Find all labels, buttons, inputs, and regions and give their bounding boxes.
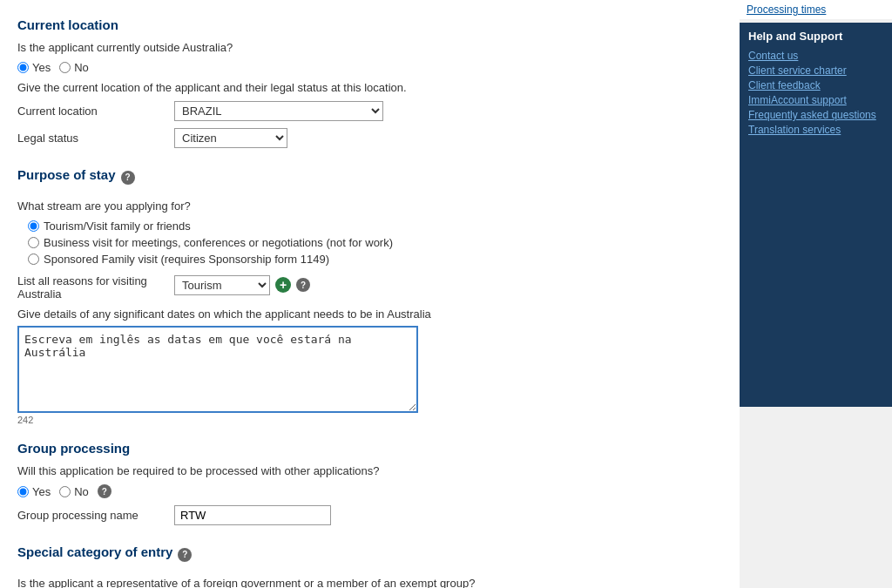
group-yes-radio[interactable] <box>17 486 29 497</box>
location-instruction: Give the current location of the applica… <box>17 81 722 94</box>
country-select[interactable]: BRAZIL <box>174 101 383 121</box>
purpose-header: Purpose of stay ? <box>17 164 722 191</box>
char-count: 242 <box>17 415 722 425</box>
group-name-input[interactable] <box>174 505 331 525</box>
outside-no-radio[interactable] <box>59 62 71 73</box>
outside-yes-text: Yes <box>32 61 51 74</box>
special-header: Special category of entry ? <box>17 541 722 568</box>
group-help-icon[interactable]: ? <box>98 484 112 498</box>
special-category-heading: Special category of entry <box>17 544 172 559</box>
help-support-heading: Help and Support <box>748 30 883 43</box>
group-processing-heading: Group processing <box>17 441 722 456</box>
client-service-charter-link[interactable]: Client service charter <box>748 64 883 77</box>
immiaccount-support-link[interactable]: ImmiAccount support <box>748 94 883 106</box>
current-location-section: Current location Is the applicant curren… <box>17 17 722 148</box>
group-yes-label[interactable]: Yes <box>17 485 51 498</box>
group-no-text: No <box>74 485 89 498</box>
legal-status-select[interactable]: Citizen Permanent Resident Temporary Res… <box>174 128 287 148</box>
significant-dates-textarea[interactable] <box>17 326 418 413</box>
reasons-select[interactable]: Tourism Visit family or friends Business <box>174 275 270 295</box>
business-stream-label[interactable]: Business visit for meetings, conferences… <box>28 236 722 249</box>
sponsored-stream-label[interactable]: Sponsored Family visit (requires Sponsor… <box>28 253 722 266</box>
group-yes-text: Yes <box>32 485 51 498</box>
translation-services-link[interactable]: Translation services <box>748 124 883 136</box>
stream-options: Tourism/Visit family or friends Business… <box>28 220 722 266</box>
business-stream-text: Business visit for meetings, conferences… <box>44 236 393 249</box>
outside-australia-radios: Yes No <box>17 61 722 74</box>
faq-link[interactable]: Frequently asked questions <box>748 109 883 121</box>
current-location-row: Current location BRAZIL <box>17 101 722 121</box>
current-location-heading: Current location <box>17 17 722 32</box>
sponsored-stream-radio[interactable] <box>28 253 39 265</box>
add-reason-button[interactable]: + <box>275 277 291 293</box>
legal-status-label: Legal status <box>17 132 174 145</box>
stream-question: What stream are you applying for? <box>17 199 722 213</box>
special-question: Is the applicant a representative of a f… <box>17 577 722 588</box>
group-no-label[interactable]: No <box>59 485 89 498</box>
group-processing-section: Group processing Will this application b… <box>17 441 722 525</box>
significant-dates-group: Give details of any significant dates on… <box>17 308 722 425</box>
purpose-heading: Purpose of stay <box>17 167 116 182</box>
purpose-help-icon[interactable]: ? <box>121 171 135 185</box>
outside-yes-label[interactable]: Yes <box>17 61 51 74</box>
outside-yes-radio[interactable] <box>17 62 29 73</box>
outside-no-text: No <box>74 61 89 74</box>
sidebar-blue-bar <box>740 145 892 407</box>
legal-status-row: Legal status Citizen Permanent Resident … <box>17 128 722 148</box>
special-category-section: Special category of entry ? Is the appli… <box>17 541 722 588</box>
outside-australia-question: Is the applicant currently outside Austr… <box>17 41 722 54</box>
significant-dates-label: Give details of any significant dates on… <box>17 308 722 321</box>
sponsored-stream-text: Sponsored Family visit (requires Sponsor… <box>44 253 329 266</box>
current-location-label: Current location <box>17 105 174 118</box>
special-help-icon[interactable]: ? <box>178 548 192 562</box>
group-processing-radios: Yes No ? <box>17 484 722 498</box>
client-feedback-link[interactable]: Client feedback <box>748 79 883 91</box>
business-stream-radio[interactable] <box>28 237 39 248</box>
purpose-of-stay-section: Purpose of stay ? What stream are you ap… <box>17 164 722 425</box>
processing-times-link[interactable]: Processing times <box>740 0 892 19</box>
group-name-row: Group processing name <box>17 505 722 525</box>
current-location-value: BRAZIL <box>174 101 722 121</box>
outside-no-label[interactable]: No <box>59 61 89 74</box>
tourism-stream-text: Tourism/Visit family or friends <box>44 220 191 233</box>
help-support-box: Help and Support Contact us Client servi… <box>740 23 892 145</box>
group-name-label: Group processing name <box>17 509 174 522</box>
reasons-row: List all reasons for visiting Australia … <box>17 274 722 301</box>
legal-status-value: Citizen Permanent Resident Temporary Res… <box>174 128 722 148</box>
reasons-help-icon[interactable]: ? <box>296 278 310 292</box>
group-no-radio[interactable] <box>59 486 71 497</box>
main-content: Current location Is the applicant curren… <box>0 0 740 588</box>
sidebar: Processing times Help and Support Contac… <box>740 0 892 588</box>
group-question: Will this application be required to be … <box>17 464 722 477</box>
reasons-label: List all reasons for visiting Australia <box>17 274 174 301</box>
contact-us-link[interactable]: Contact us <box>748 50 883 62</box>
tourism-stream-radio[interactable] <box>28 220 39 232</box>
tourism-stream-label[interactable]: Tourism/Visit family or friends <box>28 220 722 233</box>
reasons-controls: Tourism Visit family or friends Business… <box>174 275 310 295</box>
